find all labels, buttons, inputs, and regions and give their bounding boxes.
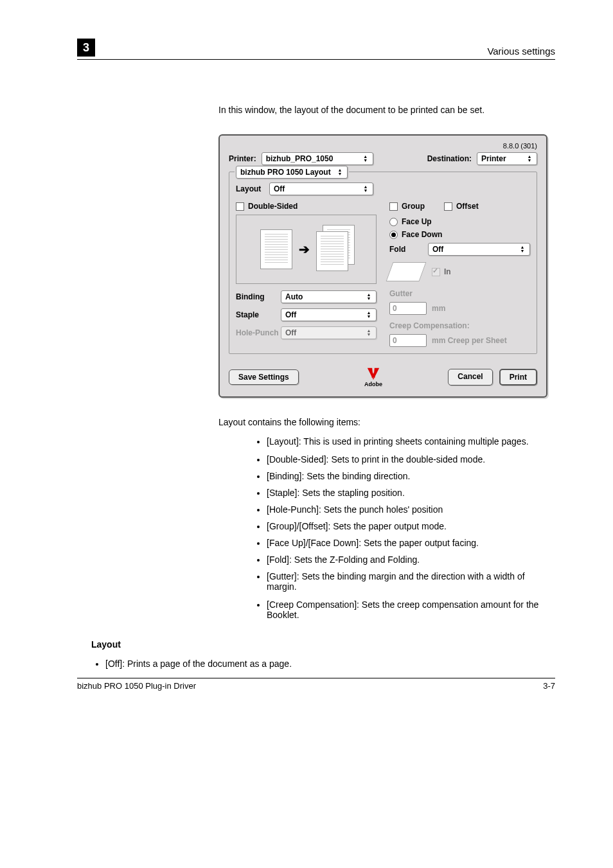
fold-preview bbox=[386, 262, 427, 281]
updown-icon: ▲▼ bbox=[366, 329, 372, 337]
in-label: In bbox=[444, 267, 451, 276]
double-sided-label: Double-Sided bbox=[248, 202, 298, 211]
save-settings-button[interactable]: Save Settings bbox=[229, 369, 299, 385]
layout-fieldset: bizhub PRO 1050 Layout ▲▼ Layout Off ▲▼ … bbox=[229, 172, 537, 354]
panel-select[interactable]: bizhub PRO 1050 Layout ▲▼ bbox=[236, 166, 348, 179]
fold-label: Fold bbox=[389, 245, 420, 254]
page-header: 3 Various settings bbox=[77, 39, 555, 60]
radio-icon bbox=[389, 231, 398, 239]
creep-label: Creep Compensation: bbox=[389, 321, 530, 330]
updown-icon: ▲▼ bbox=[362, 185, 369, 193]
svg-marker-0 bbox=[368, 368, 373, 380]
print-button[interactable]: Print bbox=[499, 369, 537, 385]
printer-label: Printer: bbox=[229, 154, 256, 163]
list-item: [Group]/[Offset]: Sets the paper output … bbox=[267, 521, 555, 531]
fold-select[interactable]: Off ▲▼ bbox=[428, 243, 530, 256]
destination-select-value: Printer bbox=[481, 154, 506, 163]
destination-select[interactable]: Printer ▲▼ bbox=[477, 152, 537, 165]
checkbox-icon bbox=[236, 202, 244, 211]
holepunch-select-value: Off bbox=[285, 328, 296, 337]
list-item: [Layout]: This is used in printing sheet… bbox=[267, 436, 555, 447]
layout-label: Layout bbox=[236, 184, 269, 193]
staple-select-value: Off bbox=[285, 310, 296, 319]
staple-label: Staple bbox=[236, 310, 281, 319]
printer-select-value: bizhub_PRO_1050 bbox=[266, 154, 333, 163]
list-item: [Fold]: Sets the Z-Folding and Folding. bbox=[267, 554, 555, 565]
version-label: 8.8.0 (301) bbox=[229, 142, 537, 150]
preview-page-front bbox=[260, 229, 292, 269]
post-text: Layout contains the following items: bbox=[218, 417, 555, 427]
layout-preview: ➔ bbox=[236, 215, 377, 284]
updown-icon: ▲▼ bbox=[362, 155, 369, 163]
offset-checkbox[interactable]: Offset bbox=[444, 202, 479, 211]
holepunch-select: Off ▲▼ bbox=[281, 326, 377, 339]
fold-select-value: Off bbox=[432, 245, 443, 254]
creep-input: 0 bbox=[389, 334, 427, 347]
radio-icon bbox=[389, 218, 398, 226]
staple-select[interactable]: Off ▲▼ bbox=[281, 308, 377, 321]
updown-icon: ▲▼ bbox=[366, 311, 372, 319]
face-down-radio[interactable]: Face Down bbox=[389, 230, 530, 239]
gutter-input: 0 bbox=[389, 302, 427, 315]
checkbox-icon bbox=[389, 202, 398, 211]
group-label: Group bbox=[402, 202, 425, 211]
destination-label: Destination: bbox=[427, 154, 472, 163]
offset-label: Offset bbox=[456, 202, 479, 211]
checkbox-icon bbox=[432, 268, 440, 276]
adobe-label: Adobe bbox=[364, 381, 382, 387]
footer-left: bizhub PRO 1050 Plug-in Driver bbox=[77, 681, 196, 691]
detail-item: [Off]: Prints a page of the document as … bbox=[105, 659, 555, 669]
panel-select-value: bizhub PRO 1050 Layout bbox=[240, 168, 331, 177]
list-item: [Creep Compensation]: Sets the creep com… bbox=[267, 599, 555, 620]
face-up-label: Face Up bbox=[402, 217, 432, 226]
preview-page-front-2 bbox=[316, 231, 348, 271]
updown-icon: ▲▼ bbox=[519, 245, 526, 253]
gutter-label: Gutter bbox=[389, 289, 530, 298]
cancel-button[interactable]: Cancel bbox=[448, 369, 492, 385]
updown-icon: ▲▼ bbox=[366, 293, 372, 301]
updown-icon: ▲▼ bbox=[337, 168, 343, 176]
layout-select-value: Off bbox=[274, 184, 285, 193]
list-item: [Staple]: Sets the stapling position. bbox=[267, 488, 555, 498]
updown-icon: ▲▼ bbox=[526, 155, 533, 163]
in-checkbox: In bbox=[432, 267, 451, 276]
layout-select[interactable]: Off ▲▼ bbox=[269, 182, 373, 195]
binding-select-value: Auto bbox=[285, 292, 303, 301]
face-up-radio[interactable]: Face Up bbox=[389, 217, 530, 226]
checkbox-icon bbox=[444, 202, 452, 211]
gutter-unit: mm bbox=[432, 304, 445, 313]
group-checkbox[interactable]: Group bbox=[389, 202, 425, 211]
creep-unit: mm Creep per Sheet bbox=[432, 336, 507, 345]
list-item: [Gutter]: Sets the binding margin and th… bbox=[267, 571, 555, 592]
holepunch-label: Hole-Punch bbox=[236, 328, 281, 337]
face-down-label: Face Down bbox=[402, 230, 442, 239]
binding-label: Binding bbox=[236, 292, 281, 301]
list-item: [Double-Sided]: Sets to print in the dou… bbox=[267, 454, 555, 465]
arrow-right-icon: ➔ bbox=[299, 242, 310, 257]
print-dialog: 8.8.0 (301) Printer: bizhub_PRO_1050 ▲▼ … bbox=[218, 134, 547, 398]
intro-text: In this window, the layout of the docume… bbox=[218, 105, 555, 115]
printer-select[interactable]: bizhub_PRO_1050 ▲▼ bbox=[262, 152, 373, 165]
svg-marker-1 bbox=[373, 368, 379, 380]
chapter-number: 3 bbox=[77, 39, 95, 57]
adobe-logo: Adobe bbox=[364, 367, 382, 387]
header-title: Various settings bbox=[487, 46, 555, 57]
page-footer: bizhub PRO 1050 Plug-in Driver 3-7 bbox=[77, 678, 555, 691]
feature-list: [Layout]: This is used in printing sheet… bbox=[267, 436, 555, 620]
list-item: [Face Up]/[Face Down]: Sets the paper ou… bbox=[267, 538, 555, 548]
double-sided-checkbox[interactable]: Double-Sided bbox=[236, 202, 377, 211]
list-item: [Binding]: Sets the binding direction. bbox=[267, 471, 555, 481]
footer-right: 3-7 bbox=[543, 681, 555, 691]
list-item: [Hole-Punch]: Sets the punch holes' posi… bbox=[267, 504, 555, 515]
detail-title: Layout bbox=[91, 639, 555, 650]
binding-select[interactable]: Auto ▲▼ bbox=[281, 290, 377, 303]
